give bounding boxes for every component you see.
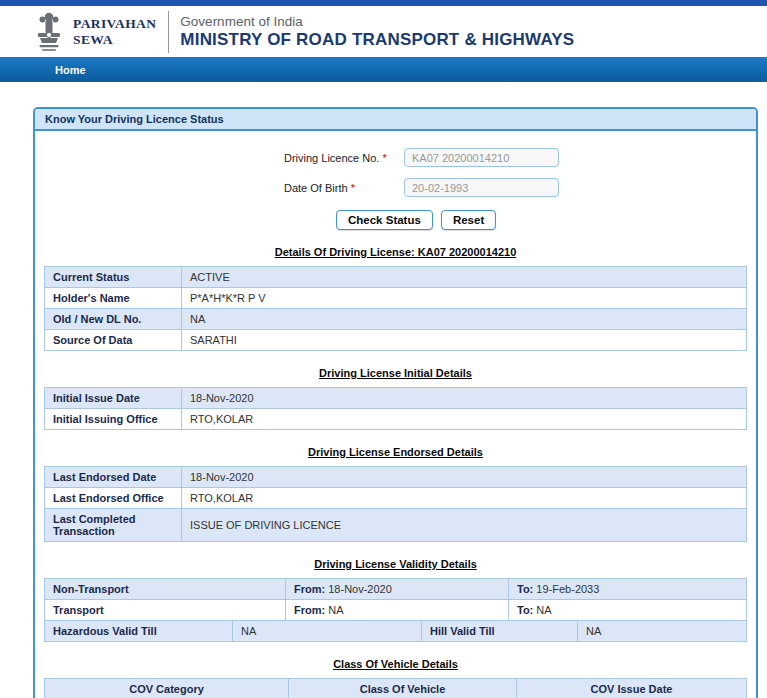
row-value: RTO,KOLAR	[182, 409, 747, 430]
ministry-title: MINISTRY OF ROAD TRANSPORT & HIGHWAYS	[180, 30, 574, 50]
table-row: Last Endorsed Office RTO,KOLAR	[45, 488, 747, 509]
hazardous-value: NA	[233, 621, 422, 642]
row-value: RTO,KOLAR	[182, 488, 747, 509]
from-cell: From: 18-Nov-2020	[286, 579, 509, 600]
table-row: Initial Issuing Office RTO,KOLAR	[45, 409, 747, 430]
dl-number-label-text: Driving Licence No.	[284, 152, 379, 164]
table-row: Non-Transport From: 18-Nov-2020 To: 19-F…	[45, 579, 747, 600]
table-row: Transport From: NA To: NA	[45, 600, 747, 621]
endorsed-section-heading: Driving License Endorsed Details	[44, 446, 747, 458]
header-divider	[168, 11, 169, 53]
endorsed-table: Last Endorsed Date 18-Nov-2020 Last Endo…	[44, 466, 747, 542]
table-row: Hazardous Valid Till NA Hill Valid Till …	[45, 621, 747, 642]
details-section-heading: Details Of Driving License: KA07 2020001…	[44, 246, 747, 258]
panel-body: Driving Licence No. * Date Of Birth * Ch…	[35, 131, 756, 698]
from-value: 18-Nov-2020	[328, 583, 392, 595]
row-value: 18-Nov-2020	[182, 467, 747, 488]
to-keyword: To:	[517, 604, 533, 616]
reset-button[interactable]: Reset	[441, 210, 496, 230]
row-value: ISSUE OF DRIVING LICENCE	[182, 509, 747, 542]
table-row: Holder's Name P*A*H*K*R P V	[45, 288, 747, 309]
hill-label: Hill Valid Till	[422, 621, 578, 642]
hazardous-label: Hazardous Valid Till	[45, 621, 233, 642]
to-cell: To: 19-Feb-2033	[509, 579, 747, 600]
dob-label-text: Date Of Birth	[284, 182, 348, 194]
nav-home-link[interactable]: Home	[55, 64, 86, 76]
row-value: P*A*H*K*R P V	[182, 288, 747, 309]
gov-title-block: Government of India MINISTRY OF ROAD TRA…	[180, 14, 574, 50]
check-status-button[interactable]: Check Status	[336, 210, 433, 230]
dob-label: Date Of Birth *	[284, 182, 404, 194]
validity-table: Non-Transport From: 18-Nov-2020 To: 19-F…	[44, 578, 747, 621]
row-label: Old / New DL No.	[45, 309, 182, 330]
table-row: Source Of Data SARATHI	[45, 330, 747, 351]
row-value: 18-Nov-2020	[182, 388, 747, 409]
row-label: Current Status	[45, 267, 182, 288]
government-of-india-text: Government of India	[180, 14, 574, 29]
brand-line2: SEWA	[73, 32, 156, 48]
table-row: Initial Issue Date 18-Nov-2020	[45, 388, 747, 409]
table-row: Old / New DL No. NA	[45, 309, 747, 330]
to-keyword: To:	[517, 583, 533, 595]
initial-section-heading: Driving License Initial Details	[44, 367, 747, 379]
column-header: COV Issue Date	[517, 679, 747, 698]
row-label: Initial Issuing Office	[45, 409, 182, 430]
row-label: Last Endorsed Office	[45, 488, 182, 509]
required-asterisk: *	[351, 182, 355, 194]
row-value: ACTIVE	[182, 267, 747, 288]
row-label: Last Endorsed Date	[45, 467, 182, 488]
row-label: Last Completed Transaction	[45, 509, 182, 542]
main-navbar: Home	[0, 57, 767, 82]
dl-number-label: Driving Licence No. *	[284, 152, 404, 164]
required-asterisk: *	[382, 152, 386, 164]
row-label: Initial Issue Date	[45, 388, 182, 409]
panel-title: Know Your Driving Licence Status	[35, 109, 756, 131]
dob-row: Date Of Birth *	[44, 178, 747, 197]
table-header-row: COV Category Class Of Vehicle COV Issue …	[45, 679, 747, 698]
cov-table: COV Category Class Of Vehicle COV Issue …	[44, 678, 747, 698]
ashoka-emblem-icon	[33, 10, 65, 54]
hill-value: NA	[578, 621, 747, 642]
table-row: Current Status ACTIVE	[45, 267, 747, 288]
from-keyword: From:	[294, 604, 325, 616]
row-value: SARATHI	[182, 330, 747, 351]
dl-status-panel: Know Your Driving Licence Status Driving…	[33, 107, 758, 698]
table-row: Last Endorsed Date 18-Nov-2020	[45, 467, 747, 488]
column-header: Class Of Vehicle	[289, 679, 517, 698]
dob-input[interactable]	[404, 178, 559, 197]
from-keyword: From:	[294, 583, 325, 595]
row-value: NA	[182, 309, 747, 330]
cov-section-heading: Class Of Vehicle Details	[44, 658, 747, 670]
from-cell: From: NA	[286, 600, 509, 621]
validity-extra-table: Hazardous Valid Till NA Hill Valid Till …	[44, 620, 747, 642]
initial-table: Initial Issue Date 18-Nov-2020 Initial I…	[44, 387, 747, 430]
dl-number-input[interactable]	[404, 148, 559, 167]
row-label: Transport	[45, 600, 286, 621]
dl-number-row: Driving Licence No. *	[44, 148, 747, 167]
column-header: COV Category	[45, 679, 289, 698]
row-label: Source Of Data	[45, 330, 182, 351]
row-label: Non-Transport	[45, 579, 286, 600]
brand-logo[interactable]: PARIVAHAN SEWA	[73, 16, 156, 47]
table-row: Last Completed Transaction ISSUE OF DRIV…	[45, 509, 747, 542]
to-cell: To: NA	[509, 600, 747, 621]
validity-section-heading: Driving License Validity Details	[44, 558, 747, 570]
to-value: 19-Feb-2033	[536, 583, 599, 595]
details-table: Current Status ACTIVE Holder's Name P*A*…	[44, 266, 747, 351]
row-label: Holder's Name	[45, 288, 182, 309]
site-header: PARIVAHAN SEWA Government of India MINIS…	[0, 6, 767, 57]
to-value: NA	[536, 604, 551, 616]
brand-line1: PARIVAHAN	[73, 16, 156, 32]
form-buttons: Check Status Reset	[336, 210, 747, 230]
from-value: NA	[328, 604, 343, 616]
